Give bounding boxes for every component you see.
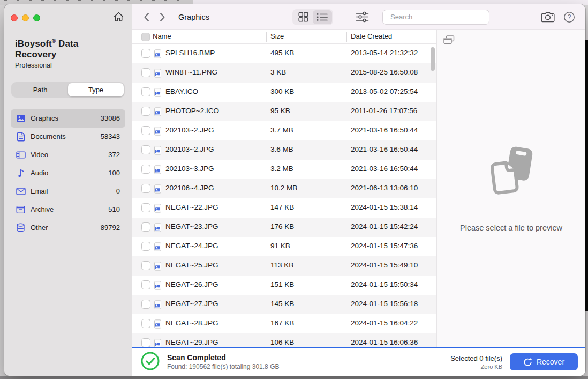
archive-icon bbox=[16, 205, 26, 214]
forward-button[interactable] bbox=[156, 11, 169, 24]
row-checkbox[interactable] bbox=[141, 319, 150, 328]
file-name: 202103~2.JPG bbox=[165, 145, 214, 153]
row-checkbox[interactable] bbox=[141, 107, 150, 116]
row-checkbox[interactable] bbox=[141, 261, 150, 270]
zoom-button[interactable] bbox=[33, 14, 40, 21]
toolbar: Graphics ? bbox=[132, 4, 585, 30]
scan-complete-icon bbox=[140, 351, 160, 373]
select-all-checkbox[interactable] bbox=[141, 33, 150, 41]
file-size: 3.6 MB bbox=[270, 145, 293, 153]
table-row[interactable]: 202103~2.JPG 3.7 MB 2021-03-16 16:50:44 bbox=[132, 121, 436, 140]
search-input[interactable] bbox=[390, 13, 485, 21]
table-row[interactable]: NEGAT~24.JPG 91 KB 2024-01-15 15:47:36 bbox=[132, 237, 436, 256]
file-name: SPLSH16.BMP bbox=[165, 49, 215, 57]
row-checkbox[interactable] bbox=[141, 222, 150, 232]
row-checkbox[interactable] bbox=[141, 242, 150, 251]
row-checkbox[interactable] bbox=[141, 126, 150, 135]
table-row[interactable]: NEGAT~23.JPG 176 KB 2024-01-15 15:42:24 bbox=[132, 218, 436, 237]
file-name: NEGAT~28.JPG bbox=[165, 319, 218, 327]
recover-button[interactable]: Recover bbox=[510, 353, 578, 370]
row-checkbox[interactable] bbox=[141, 300, 150, 309]
filter-button[interactable] bbox=[356, 11, 369, 23]
image-file-icon bbox=[154, 184, 162, 195]
sidebar-item-video[interactable]: Video 372 bbox=[11, 146, 125, 164]
row-checkbox[interactable] bbox=[141, 145, 150, 154]
video-icon bbox=[16, 150, 26, 160]
file-name: NEGAT~25.JPG bbox=[165, 261, 218, 269]
sidebar-item-count: 510 bbox=[108, 205, 120, 213]
table-row[interactable]: NEGAT~29.JPG 106 KB 2024-01-15 16:06:36 bbox=[132, 333, 436, 347]
grid-view-button[interactable] bbox=[293, 10, 313, 24]
vertical-scrollbar[interactable] bbox=[431, 47, 435, 71]
file-size: 300 KB bbox=[270, 87, 294, 95]
image-file-icon bbox=[154, 88, 162, 99]
status-bar: Scan Completed Found: 190562 file(s) tot… bbox=[132, 347, 585, 376]
table-row[interactable]: NEGAT~28.JPG 167 KB 2024-01-15 16:04:22 bbox=[132, 314, 436, 333]
list-view-button[interactable] bbox=[313, 10, 332, 24]
table-row[interactable]: NEGAT~27.JPG 145 KB 2024-01-15 15:56:18 bbox=[132, 295, 436, 314]
sidebar-item-documents[interactable]: Documents 58343 bbox=[11, 128, 125, 146]
image-file-icon bbox=[154, 281, 162, 292]
table-row[interactable]: WIN8T~11.PNG 3 KB 2015-08-25 16:50:08 bbox=[132, 63, 436, 83]
row-checkbox[interactable] bbox=[141, 49, 150, 58]
no-preview-message: Please select a file to preview bbox=[460, 224, 562, 232]
row-checkbox[interactable] bbox=[141, 280, 150, 289]
titlebar bbox=[4, 4, 132, 24]
file-date: 2021-03-16 16:50:44 bbox=[351, 126, 418, 134]
content-area: Name Size Date Created SPLSH16.BMP 495 K… bbox=[132, 30, 585, 347]
row-checkbox[interactable] bbox=[141, 184, 150, 193]
selected-size: Zero KB bbox=[450, 363, 502, 370]
close-button[interactable] bbox=[11, 14, 18, 21]
tab-path[interactable]: Path bbox=[12, 83, 68, 96]
sidebar-item-other[interactable]: Other 89792 bbox=[11, 219, 125, 237]
minimize-button[interactable] bbox=[22, 14, 29, 21]
file-date: 2024-01-15 15:42:24 bbox=[351, 222, 418, 231]
sidebar-item-graphics[interactable]: Graphics 33086 bbox=[11, 109, 125, 128]
table-row[interactable]: 202106~4.JPG 10.2 MB 2021-06-13 13:06:10 bbox=[132, 179, 436, 198]
table-row[interactable]: SPLSH16.BMP 495 KB 2013-05-14 21:32:32 bbox=[132, 44, 436, 63]
table-row[interactable]: NEGAT~22.JPG 147 KB 2024-01-15 15:38:14 bbox=[132, 198, 436, 218]
file-list: Name Size Date Created SPLSH16.BMP 495 K… bbox=[132, 30, 436, 347]
table-row[interactable]: PHOTOP~2.ICO 95 KB 2011-01-26 17:07:56 bbox=[132, 102, 436, 121]
scan-summary: Scan Completed Found: 190562 file(s) tot… bbox=[167, 353, 279, 370]
home-button[interactable] bbox=[113, 11, 124, 24]
file-size: 176 KB bbox=[270, 222, 294, 231]
column-header-name[interactable]: Name bbox=[153, 32, 171, 40]
screenshot-button[interactable] bbox=[541, 11, 555, 23]
row-checkbox[interactable] bbox=[141, 338, 150, 347]
column-divider[interactable] bbox=[266, 32, 267, 42]
column-header-size[interactable]: Size bbox=[270, 32, 284, 40]
tab-type[interactable]: Type bbox=[68, 83, 124, 96]
sidebar-item-label: Archive bbox=[31, 205, 54, 213]
search-field[interactable] bbox=[382, 10, 489, 25]
back-button[interactable] bbox=[140, 11, 153, 24]
table-row[interactable]: 202103~3.JPG 3.2 MB 2021-03-16 16:50:44 bbox=[132, 160, 436, 179]
help-button[interactable]: ? bbox=[563, 11, 575, 23]
column-header-date[interactable]: Date Created bbox=[351, 32, 392, 40]
table-row[interactable]: 202103~2.JPG 3.6 MB 2021-03-16 16:50:44 bbox=[132, 140, 436, 160]
row-checkbox[interactable] bbox=[141, 68, 150, 77]
image-file-icon bbox=[154, 69, 162, 79]
image-file-icon bbox=[154, 204, 162, 214]
table-row[interactable]: NEGAT~26.JPG 151 KB 2024-01-15 15:50:34 bbox=[132, 276, 436, 295]
image-file-icon bbox=[154, 127, 162, 137]
column-divider[interactable] bbox=[346, 32, 347, 42]
row-checkbox[interactable] bbox=[141, 87, 150, 96]
file-date: 2021-03-16 16:50:44 bbox=[351, 145, 418, 153]
chevron-right-icon bbox=[160, 12, 165, 22]
sidebar-item-count: 372 bbox=[108, 151, 120, 159]
image-file-icon bbox=[154, 339, 162, 347]
table-row[interactable]: EBAY.ICO 300 KB 2013-05-02 07:25:54 bbox=[132, 83, 436, 102]
preview-panes-icon bbox=[443, 35, 455, 47]
image-file-icon bbox=[154, 223, 162, 234]
table-row[interactable]: NEGAT~25.JPG 113 KB 2024-01-15 15:49:10 bbox=[132, 256, 436, 276]
sidebar-nav: Graphics 33086 Documents 58343 Video 372… bbox=[11, 109, 125, 237]
sidebar-item-archive[interactable]: Archive 510 bbox=[11, 200, 125, 219]
sidebar-item-audio[interactable]: Audio 100 bbox=[11, 164, 125, 182]
image-file-icon bbox=[154, 165, 162, 176]
grid-view-icon bbox=[298, 12, 308, 22]
sidebar-item-email[interactable]: Email 0 bbox=[11, 182, 125, 200]
sidebar-item-count: 0 bbox=[116, 187, 120, 195]
row-checkbox[interactable] bbox=[141, 203, 150, 212]
row-checkbox[interactable] bbox=[141, 165, 150, 174]
